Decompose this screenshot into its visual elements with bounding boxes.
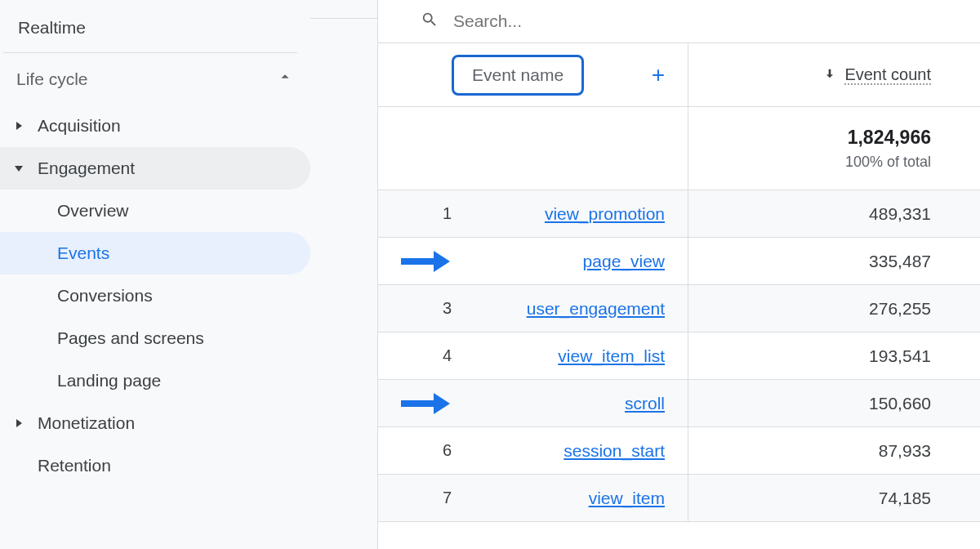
event-link[interactable]: view_item	[589, 489, 665, 508]
sidebar-subitem-pages-screens[interactable]: Pages and screens	[0, 317, 310, 359]
sidebar-subitem-landing-page[interactable]: Landing page	[0, 359, 310, 402]
caret-down-icon	[11, 166, 26, 172]
main-panel: Event name + Event count 1,824,966 100% …	[377, 0, 980, 549]
row-rank: 4	[411, 346, 452, 365]
search-input[interactable]	[421, 11, 964, 31]
row-rank: 7	[411, 489, 452, 507]
caret-right-icon	[11, 419, 26, 427]
table-row: 7view_item74,185	[378, 475, 980, 522]
cell-event-name: 7view_item	[378, 475, 688, 521]
sidebar-label: Conversions	[57, 286, 153, 305]
cell-event-count: 489,331	[688, 204, 980, 224]
sidebar: Realtime Life cycle Acquisition Engageme…	[0, 0, 310, 549]
table-row: 4view_item_list193,541	[378, 333, 980, 380]
event-link[interactable]: user_engagement	[527, 299, 665, 319]
total-count: 1,824,966	[848, 127, 931, 149]
table-row: 6session_start87,933	[378, 427, 980, 475]
annotation-arrow-icon	[401, 253, 450, 270]
table-row: page_view335,487	[378, 238, 980, 285]
column-header-event-name[interactable]: Event name +	[378, 43, 688, 106]
sidebar-item-engagement[interactable]: Engagement	[0, 147, 310, 190]
sidebar-subitem-conversions[interactable]: Conversions	[0, 274, 310, 317]
sidebar-label: Pages and screens	[57, 328, 204, 347]
row-rank: 3	[411, 299, 452, 318]
column-header-event-count[interactable]: Event count	[688, 43, 980, 106]
sidebar-label: Landing page	[57, 371, 161, 390]
sidebar-item-acquisition[interactable]: Acquisition	[0, 105, 310, 147]
sidebar-label: Events	[57, 243, 109, 262]
cell-event-count: 87,933	[688, 441, 980, 461]
total-pct: 100% of total	[845, 154, 931, 171]
row-rank: 6	[411, 441, 452, 460]
cell-event-name: 3user_engagement	[378, 285, 688, 332]
table-row: 1view_promotion489,331	[378, 190, 980, 238]
event-link[interactable]: page_view	[583, 252, 665, 271]
event-link[interactable]: session_start	[564, 441, 665, 461]
sidebar-label: Acquisition	[38, 116, 121, 136]
sidebar-subitem-overview[interactable]: Overview	[0, 190, 310, 232]
caret-right-icon	[11, 122, 26, 130]
sidebar-label: Engagement	[38, 158, 135, 178]
sidebar-item-realtime[interactable]: Realtime	[3, 3, 297, 53]
cell-event-name: page_view	[378, 238, 688, 284]
cell-event-count: 335,487	[688, 252, 980, 271]
cell-event-name: 4view_item_list	[378, 333, 688, 379]
event-name-label: Event name	[452, 55, 584, 96]
cell-event-name: scroll	[378, 380, 688, 426]
table-row: 3user_engagement276,255	[378, 285, 980, 333]
search-bar	[378, 0, 980, 43]
annotation-arrow-icon	[401, 395, 450, 412]
cell-event-count: 74,185	[688, 489, 980, 508]
add-dimension-button[interactable]: +	[652, 64, 665, 87]
section-title: Life cycle	[16, 69, 88, 89]
sort-desc-icon	[823, 65, 836, 84]
event-link[interactable]: view_promotion	[545, 204, 665, 224]
sidebar-item-retention[interactable]: Retention	[0, 444, 310, 487]
sidebar-label: Monetization	[38, 413, 135, 433]
table-row: scroll150,660	[378, 380, 980, 427]
sidebar-item-monetization[interactable]: Monetization	[0, 402, 310, 444]
sidebar-subnav-engagement: Overview Events Conversions Pages and sc…	[0, 190, 310, 402]
sidebar-subitem-events[interactable]: Events	[0, 232, 310, 274]
cell-event-count: 193,541	[688, 346, 980, 366]
totals-row: 1,824,966 100% of total	[378, 107, 980, 190]
search-icon	[421, 11, 439, 32]
sidebar-label: Realtime	[18, 18, 86, 37]
events-table: Event name + Event count 1,824,966 100% …	[378, 43, 980, 522]
event-link[interactable]: view_item_list	[558, 346, 665, 366]
cell-event-name: 6session_start	[378, 427, 688, 474]
table-header: Event name + Event count	[378, 43, 980, 107]
cell-event-count: 276,255	[688, 299, 980, 319]
chevron-up-icon	[276, 68, 294, 90]
row-rank: 1	[411, 204, 452, 223]
event-link[interactable]: scroll	[625, 394, 665, 413]
cell-event-count: 150,660	[688, 394, 980, 413]
sidebar-section-lifecycle[interactable]: Life cycle	[0, 53, 310, 105]
sidebar-label: Overview	[57, 201, 129, 220]
sidebar-label: Retention	[38, 456, 111, 475]
event-count-label: Event count	[844, 65, 931, 84]
cell-event-name: 1view_promotion	[378, 190, 688, 237]
